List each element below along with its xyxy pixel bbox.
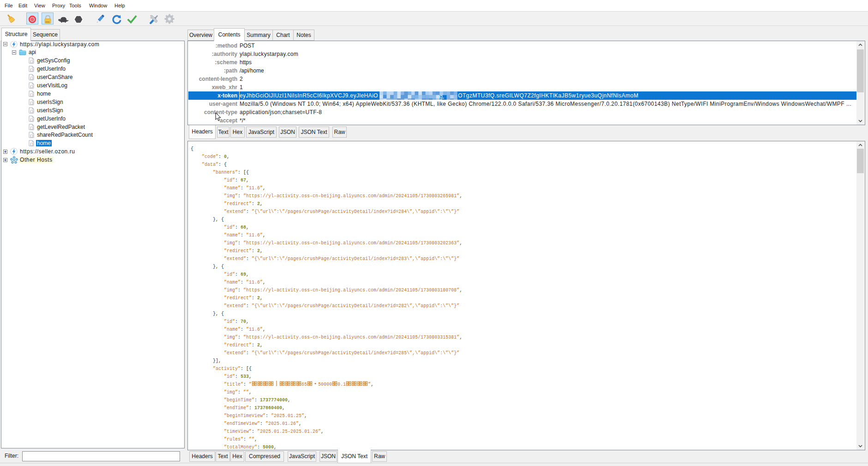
svg-text:{}: {}: [30, 142, 33, 146]
svg-text:{}: {}: [30, 134, 33, 138]
svg-text:{}: {}: [30, 101, 33, 104]
svg-text:{}: {}: [30, 126, 33, 129]
svg-text:g,: g,: [440, 93, 444, 100]
svg-text:{}: {}: [30, 68, 33, 72]
svg-text:{}: {}: [30, 60, 33, 63]
svg-text:{}: {}: [30, 85, 33, 88]
svg-text:{}: {}: [30, 117, 33, 121]
svg-text:{}: {}: [30, 92, 33, 96]
svg-text:{}: {}: [30, 76, 33, 80]
svg-text:{}: {}: [30, 109, 33, 113]
